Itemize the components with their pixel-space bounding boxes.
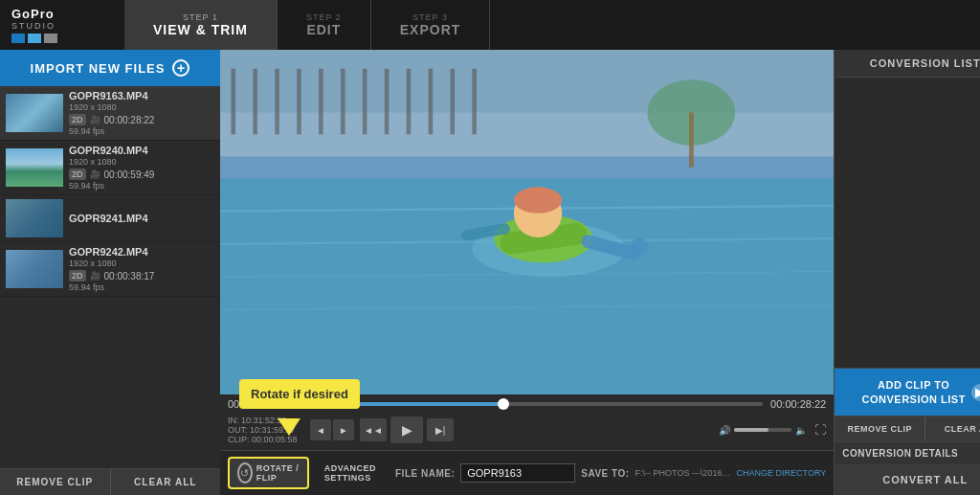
conversion-details-header[interactable]: CONVERSION DETAILS ▲ [835, 442, 980, 464]
step-3-label: EXPORT [400, 22, 461, 37]
volume-high-icon: 🔈 [795, 425, 807, 436]
volume-slider[interactable] [734, 428, 791, 432]
save-to-label: SAVE TO: [581, 468, 629, 479]
svg-rect-17 [407, 69, 412, 135]
file-meta-2: 1920 x 1080 [69, 157, 214, 167]
file-name-label: FILE NAME: [395, 468, 455, 479]
file-name-3: GOPR9241.MP4 [69, 213, 214, 224]
video-bg [220, 50, 834, 394]
badge-2d-4: 2D [69, 270, 86, 281]
file-info-4: GOPR9242.MP4 1920 x 1080 2D 🎥 00:00:38:1… [69, 246, 214, 292]
change-directory-button[interactable]: CHANGE DIRECTORY [737, 468, 827, 478]
add-clip-button[interactable]: ADD CLIP TOCONVERSION LIST ▶ [835, 369, 980, 416]
step-3-num: STEP 3 [412, 12, 448, 22]
volume-fill [734, 428, 768, 432]
trim-buttons: ◄ ► [310, 419, 354, 440]
step-2[interactable]: STEP 2 EDIT [278, 0, 371, 50]
logo-studio: STUDIO [11, 21, 56, 31]
file-list[interactable]: GOPR9163.MP4 1920 x 1080 2D 🎥 00:00:28:2… [0, 86, 220, 468]
file-fps-4: 59.94 fps [69, 282, 214, 292]
svg-rect-13 [319, 69, 323, 135]
clear-all-button-right[interactable]: CLEAR ALL [925, 416, 980, 441]
end-time-label: 00:00:28:22 [770, 398, 826, 410]
step-1[interactable]: STEP 1 VIEW & TRIM [124, 0, 278, 50]
controls-row: IN: 10:31:52:59 OUT: 10:31:59:57 CLIP: 0… [228, 414, 826, 446]
file-item-2[interactable]: GOPR9240.MP4 1920 x 1080 2D 🎥 00:00:59:4… [0, 141, 220, 195]
logo-text: GoPro [11, 7, 55, 21]
file-name-4: GOPR9242.MP4 [69, 246, 214, 258]
conversion-details-label: CONVERSION DETAILS [842, 448, 958, 459]
file-name-input[interactable] [460, 463, 575, 483]
svg-rect-19 [450, 69, 455, 135]
import-label: IMPORT NEW FILES [31, 61, 166, 76]
step-2-label: EDIT [306, 22, 341, 37]
logo-sq-2 [28, 34, 41, 43]
add-clip-icon: ▶ [971, 384, 980, 401]
add-clip-text: ADD CLIP TOCONVERSION LIST [862, 378, 966, 406]
timeline-thumb[interactable] [498, 398, 509, 410]
svg-rect-12 [297, 69, 301, 135]
file-item-3[interactable]: GOPR9241.MP4 [0, 195, 220, 242]
file-fps-1: 59.94 fps [69, 126, 214, 136]
trim-out-button[interactable]: ► [333, 419, 354, 440]
file-thumb-4 [6, 250, 63, 288]
svg-rect-2 [220, 112, 834, 156]
file-thumb-2 [6, 148, 63, 187]
badge-cam-4: 🎥 [90, 271, 100, 281]
save-to-area: SAVE TO: F:\-- PHOTOS ---\2016-09\2016-.… [581, 468, 826, 479]
logo-area: GoPro STUDIO [0, 0, 124, 50]
right-bottom: ADD CLIP TOCONVERSION LIST ▶ REMOVE CLIP… [835, 368, 980, 495]
remove-clip-button-right[interactable]: REMOVE CLIP [835, 416, 925, 441]
badge-2d-2: 2D [69, 169, 86, 180]
rotate-icon: ↺ [237, 462, 253, 484]
fullscreen-button[interactable]: ⛶ [814, 423, 826, 437]
file-item-1[interactable]: GOPR9163.MP4 1920 x 1080 2D 🎥 00:00:28:2… [0, 86, 220, 141]
file-thumb-3 [6, 199, 63, 237]
logo: GoPro STUDIO [11, 7, 57, 43]
rotate-label: ROTATE / FLIP [256, 463, 300, 483]
video-area[interactable] [220, 50, 834, 394]
file-name-2: GOPR9240.MP4 [69, 145, 214, 156]
thumb-indoor-3 [6, 199, 63, 237]
trim-in-button[interactable]: ◄ [310, 419, 331, 440]
file-item-4[interactable]: GOPR9242.MP4 1920 x 1080 2D 🎥 00:00:38:1… [0, 242, 220, 297]
svg-rect-14 [341, 69, 345, 135]
left-panel: IMPORT NEW FILES + GOPR9163.MP4 1920 x 1… [0, 50, 220, 495]
svg-rect-9 [231, 69, 235, 135]
badge-cam-1: 🎥 [90, 115, 100, 124]
step-1-num: STEP 1 [183, 12, 218, 22]
forward-button[interactable]: ▶| [427, 418, 454, 441]
volume-area: 🔊 🔈 ⛶ [719, 423, 826, 437]
thumb-sky-2 [6, 148, 63, 187]
import-new-files-button[interactable]: IMPORT NEW FILES + [0, 50, 220, 86]
main-layout: IMPORT NEW FILES + GOPR9163.MP4 1920 x 1… [0, 50, 980, 495]
play-button[interactable]: ▶ [390, 416, 423, 443]
file-name-area: FILE NAME: SAVE TO: F:\-- PHOTOS ---\201… [395, 463, 826, 483]
logo-squares [11, 34, 57, 43]
rewind-button[interactable]: ◄◄ [360, 418, 387, 441]
steps-area: STEP 1 VIEW & TRIM STEP 2 EDIT STEP 3 EX… [124, 0, 980, 50]
conversion-list-body [835, 78, 980, 368]
svg-rect-18 [429, 69, 434, 135]
clip-info: CLIP: 00:00:05:58 [228, 435, 304, 444]
tooltip-text: Rotate if desired [251, 387, 348, 401]
remove-clip-button-left[interactable]: REMOVE CLIP [0, 469, 111, 495]
file-meta-1: 1920 x 1080 [69, 102, 214, 112]
thumb-pool-4 [6, 250, 63, 288]
conversion-list-label: CONVERSION LIST [870, 57, 980, 69]
badge-cam-2: 🎥 [90, 169, 100, 179]
svg-rect-15 [363, 69, 368, 135]
conversion-list-header: CONVERSION LIST [835, 50, 980, 78]
svg-rect-20 [472, 69, 477, 135]
clear-all-button-left[interactable]: CLEAR ALL [111, 469, 221, 495]
file-duration-1: 00:00:28:22 [104, 115, 155, 125]
volume-icon: 🔊 [719, 425, 730, 436]
step-3[interactable]: STEP 3 EXPORT [371, 0, 491, 50]
file-name-1: GOPR9163.MP4 [69, 90, 214, 101]
thumb-pool-1 [6, 94, 63, 132]
timeline-track[interactable] [291, 402, 763, 406]
file-meta-4: 1920 x 1080 [69, 259, 214, 268]
convert-all-button[interactable]: CONVERT ALL [835, 464, 980, 495]
advanced-settings-button[interactable]: ADVANCED SETTINGS [317, 460, 384, 486]
rotate-flip-button[interactable]: ↺ ROTATE / FLIP [228, 457, 309, 489]
